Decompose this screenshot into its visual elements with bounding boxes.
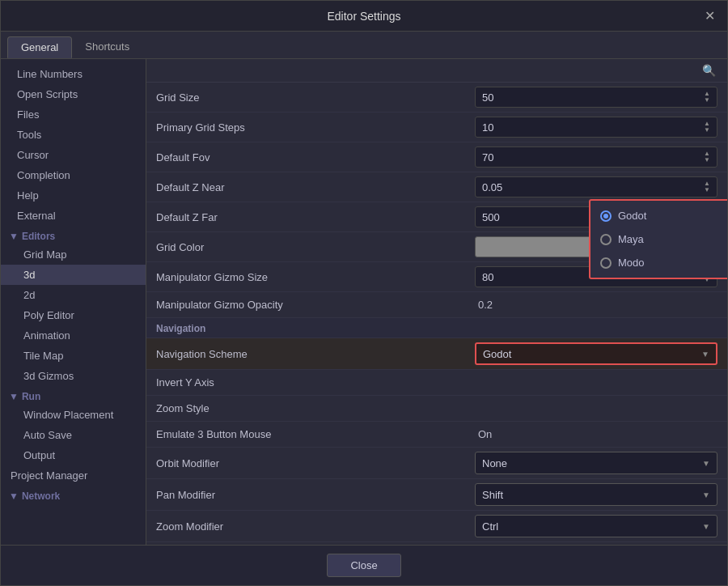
navigation-scheme-dropdown[interactable]: Godot ▼: [475, 342, 717, 365]
setting-row-default-fov: Default Fov 70 ▲▼: [146, 142, 727, 172]
setting-row-orbit-modifier: Orbit Modifier None ▼: [146, 448, 727, 479]
title-bar: Editor Settings ✕: [1, 1, 727, 32]
setting-row-pan-modifier: Pan Modifier Shift ▼: [146, 479, 727, 511]
default-z-near-input[interactable]: 0.05 ▲▼: [475, 176, 717, 197]
sidebar-item-cursor[interactable]: Cursor: [1, 145, 146, 165]
run-arrow-icon: ▼: [9, 391, 19, 402]
close-dialog-button[interactable]: Close: [327, 554, 400, 577]
default-fov-value: 70 ▲▼: [475, 146, 717, 168]
search-bar: 🔍: [146, 59, 727, 83]
radio-maya-icon: [600, 234, 612, 245]
grid-size-label: Grid Size: [156, 91, 475, 104]
manipulator-gizmo-size-label: Manipulator Gizmo Size: [156, 271, 475, 283]
sidebar: Line Numbers Open Scripts Files Tools Cu…: [1, 59, 146, 545]
sidebar-section-run[interactable]: ▼ Run: [1, 386, 146, 405]
tab-shortcuts[interactable]: Shortcuts: [72, 36, 142, 58]
grid-size-input[interactable]: 50 ▲▼: [475, 87, 717, 108]
manipulator-gizmo-opacity-label: Manipulator Gizmo Opacity: [156, 299, 475, 311]
sidebar-item-tools[interactable]: Tools: [1, 125, 146, 145]
pan-modifier-dropdown[interactable]: Shift ▼: [475, 483, 717, 506]
sidebar-item-line-numbers[interactable]: Line Numbers: [1, 64, 146, 84]
navigation-scheme-label: Navigation Scheme: [156, 348, 475, 360]
dialog-footer: Close: [1, 545, 727, 585]
orbit-modifier-dropdown[interactable]: None ▼: [475, 452, 717, 474]
search-button[interactable]: 🔍: [697, 62, 721, 79]
radio-godot-icon: [600, 210, 612, 222]
sidebar-item-window-placement[interactable]: Window Placement: [1, 405, 146, 425]
pan-modifier-value: Shift ▼: [475, 483, 717, 506]
grid-color-label: Grid Color: [156, 241, 475, 253]
default-z-far-label: Default Z Far: [156, 211, 475, 223]
zoom-modifier-dropdown[interactable]: Ctrl ▼: [475, 515, 717, 537]
setting-row-grid-size: Grid Size 50 ▲▼: [146, 83, 727, 113]
sidebar-item-grid-map[interactable]: Grid Map: [1, 244, 146, 265]
navigation-scheme-dropdown-menu: Godot Maya Modo: [589, 199, 727, 279]
default-z-near-value: 0.05 ▲▼: [475, 176, 717, 197]
default-z-near-label: Default Z Near: [156, 181, 475, 193]
dropdown-option-maya[interactable]: Maya: [590, 227, 727, 251]
setting-row-manipulator-gizmo-opacity: Manipulator Gizmo Opacity 0.2: [146, 292, 727, 318]
default-z-near-arrows[interactable]: ▲▼: [704, 180, 710, 193]
sidebar-item-external[interactable]: External: [1, 206, 146, 226]
emulate-3-button-value: On: [475, 428, 717, 440]
default-fov-input[interactable]: 70 ▲▼: [475, 146, 717, 168]
sidebar-item-completion[interactable]: Completion: [1, 165, 146, 185]
grid-size-arrows[interactable]: ▲▼: [704, 91, 710, 104]
pan-modifier-arrow-icon: ▼: [702, 490, 710, 499]
primary-grid-steps-value: 10 ▲▼: [475, 117, 717, 138]
sidebar-item-3d[interactable]: 3d: [1, 265, 146, 285]
sidebar-item-tile-map[interactable]: Tile Map: [1, 346, 146, 366]
zoom-style-label: Zoom Style: [156, 402, 475, 414]
navigation-scheme-value: Godot ▼: [475, 342, 717, 365]
invert-y-axis-label: Invert Y Axis: [156, 376, 475, 389]
window-close-button[interactable]: ✕: [700, 6, 719, 26]
sidebar-item-project-manager[interactable]: Project Manager: [1, 465, 146, 486]
sidebar-item-animation[interactable]: Animation: [1, 325, 146, 346]
dropdown-option-godot[interactable]: Godot: [590, 204, 727, 227]
primary-grid-steps-label: Primary Grid Steps: [156, 121, 475, 134]
orbit-modifier-label: Orbit Modifier: [156, 457, 475, 469]
settings-list: Grid Size 50 ▲▼ Primary Grid Steps 10: [146, 83, 727, 545]
default-fov-label: Default Fov: [156, 151, 475, 163]
dropdown-option-modo[interactable]: Modo: [590, 251, 727, 274]
setting-row-navigation-scheme: Navigation Scheme Godot ▼: [146, 338, 727, 370]
tab-bar: General Shortcuts: [1, 32, 727, 59]
sidebar-item-open-scripts[interactable]: Open Scripts: [1, 84, 146, 104]
setting-row-zoom-modifier: Zoom Modifier Ctrl ▼: [146, 511, 727, 542]
primary-grid-steps-input[interactable]: 10 ▲▼: [475, 117, 717, 138]
dialog-body: Line Numbers Open Scripts Files Tools Cu…: [1, 59, 727, 545]
setting-row-emulate-3-button: Emulate 3 Button Mouse On: [146, 422, 727, 448]
zoom-modifier-label: Zoom Modifier: [156, 520, 475, 533]
navigation-section-header: Navigation: [146, 318, 727, 338]
zoom-modifier-value: Ctrl ▼: [475, 515, 717, 537]
zoom-modifier-arrow-icon: ▼: [702, 522, 710, 531]
sidebar-item-output[interactable]: Output: [1, 445, 146, 465]
sidebar-section-editors[interactable]: ▼ Editors: [1, 226, 146, 244]
sidebar-section-network[interactable]: ▼ Network: [1, 486, 146, 504]
sidebar-item-help[interactable]: Help: [1, 185, 146, 206]
manipulator-gizmo-opacity-value: 0.2: [475, 299, 717, 311]
grid-size-value: 50 ▲▼: [475, 87, 717, 108]
default-fov-arrows[interactable]: ▲▼: [704, 151, 710, 163]
setting-row-default-z-near: Default Z Near 0.05 ▲▼: [146, 172, 727, 202]
sidebar-item-3d-gizmos[interactable]: 3d Gizmos: [1, 366, 146, 386]
emulate-3-button-label: Emulate 3 Button Mouse: [156, 428, 475, 440]
radio-modo-icon: [600, 257, 612, 269]
orbit-modifier-value: None ▼: [475, 452, 717, 474]
navigation-scheme-arrow-icon: ▼: [701, 350, 709, 359]
sidebar-item-auto-save[interactable]: Auto Save: [1, 425, 146, 445]
tab-general[interactable]: General: [7, 36, 72, 58]
dialog-title: Editor Settings: [327, 10, 400, 23]
orbit-modifier-arrow-icon: ▼: [702, 459, 710, 468]
network-arrow-icon: ▼: [9, 490, 19, 502]
sidebar-item-2d[interactable]: 2d: [1, 285, 146, 305]
primary-grid-steps-arrows[interactable]: ▲▼: [704, 121, 710, 134]
pan-modifier-label: Pan Modifier: [156, 489, 475, 501]
sidebar-item-poly-editor[interactable]: Poly Editor: [1, 305, 146, 325]
editor-settings-dialog: Editor Settings ✕ General Shortcuts Line…: [0, 0, 728, 586]
setting-row-primary-grid-steps: Primary Grid Steps 10 ▲▼: [146, 113, 727, 142]
main-content: 🔍 Grid Size 50 ▲▼ Primary Grid Steps: [146, 59, 727, 545]
editors-arrow-icon: ▼: [9, 231, 19, 242]
manipulator-gizmo-opacity-text: 0.2: [475, 299, 717, 311]
sidebar-item-files[interactable]: Files: [1, 104, 146, 125]
